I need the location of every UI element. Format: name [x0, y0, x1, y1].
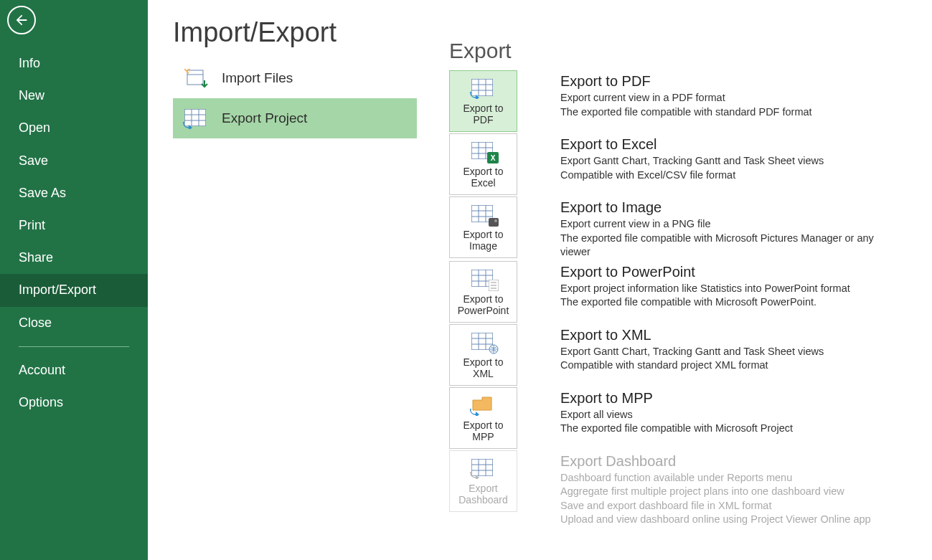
- export-tile-excel[interactable]: XExport toExcel: [449, 133, 517, 195]
- export-row-xml: Export toXMLExport to XMLExport Gantt Ch…: [449, 324, 925, 386]
- desc-title: Export to PDF: [560, 73, 812, 90]
- export-tile-mpp[interactable]: Export toMPP: [449, 387, 517, 449]
- sidebar-item-save[interactable]: Save: [0, 145, 148, 177]
- export-desc-dashboard: Export DashboardDashboard function avail…: [560, 450, 871, 527]
- action-list: Import FilesExport Project: [173, 58, 417, 138]
- export-row-pdf: Export toPDFExport to PDFExport current …: [449, 70, 925, 132]
- sidebar-item-account[interactable]: Account: [0, 354, 148, 386]
- sidebar-item-print[interactable]: Print: [0, 209, 148, 242]
- desc-line: Export all views: [560, 408, 793, 422]
- backstage-sidebar: InfoNewOpenSaveSave AsPrintShareImport/E…: [0, 0, 148, 560]
- sidebar-separator: [19, 346, 129, 347]
- export-tile-xml[interactable]: Export toXML: [449, 324, 517, 386]
- desc-line: Export Gantt Chart, Tracking Gantt and T…: [560, 345, 824, 359]
- export-row-image: Export toImageExport to ImageExport curr…: [449, 196, 925, 260]
- desc-line: Export current view in a PDF format: [560, 91, 812, 105]
- import-files-icon: [184, 68, 207, 88]
- desc-line: The exported file compatible with Micros…: [560, 232, 905, 260]
- export-desc-mpp: Export to MPPExport all viewsThe exporte…: [560, 387, 793, 436]
- content-area: Import/Export Import FilesExport Project…: [148, 0, 932, 560]
- desc-title: Export to MPP: [560, 390, 793, 407]
- export-tile-image[interactable]: Export toImage: [449, 196, 517, 258]
- sidebar-item-options[interactable]: Options: [0, 386, 148, 419]
- tile-label: Export toExcel: [463, 166, 503, 189]
- desc-title: Export to PowerPoint: [560, 264, 850, 280]
- sidebar-item-import-export[interactable]: Import/Export: [0, 274, 148, 306]
- excel-icon: X: [471, 141, 496, 161]
- desc-line: Compatible with standard project XML for…: [560, 359, 824, 373]
- pdf-icon: [471, 78, 496, 98]
- action-label: Export Project: [222, 110, 307, 126]
- export-desc-excel: Export to ExcelExport Gantt Chart, Track…: [560, 133, 824, 182]
- tile-label: Export toPDF: [463, 103, 503, 125]
- sidebar-item-info[interactable]: Info: [0, 47, 148, 80]
- desc-line: The exported file compatible with Micros…: [560, 295, 850, 310]
- desc-title: Export to Image: [560, 199, 905, 216]
- svg-point-26: [494, 219, 497, 222]
- tile-label: ExportDashboard: [458, 483, 508, 506]
- back-button[interactable]: [7, 6, 36, 34]
- svg-rect-25: [489, 218, 499, 227]
- tile-label: Export toXML: [463, 356, 503, 379]
- export-tile-dashboard: ExportDashboard: [449, 450, 517, 512]
- export-panel: Export Export toPDFExport to PDFExport c…: [449, 39, 925, 528]
- image-icon: [471, 204, 496, 224]
- desc-title: Export to XML: [560, 327, 824, 343]
- dashboard-icon: [471, 458, 496, 478]
- mpp-icon: [471, 395, 496, 415]
- desc-line: Dashboard function available under Repor…: [560, 471, 871, 485]
- desc-line: Save and export dashboard file in XML fo…: [560, 499, 871, 513]
- export-desc-pdf: Export to PDFExport current view in a PD…: [560, 70, 812, 119]
- desc-line: Export Gantt Chart, Tracking Gantt and T…: [560, 154, 824, 169]
- export-desc-xml: Export to XMLExport Gantt Chart, Trackin…: [560, 324, 824, 373]
- sidebar-item-close[interactable]: Close: [0, 307, 148, 339]
- desc-title: Export Dashboard: [560, 453, 871, 470]
- tile-label: Export toPowerPoint: [458, 293, 509, 316]
- desc-line: The exported file compatible with Micros…: [560, 422, 793, 436]
- export-row-dashboard: ExportDashboardExport DashboardDashboard…: [449, 450, 925, 527]
- export-heading: Export: [449, 39, 925, 63]
- sidebar-item-save-as[interactable]: Save As: [0, 177, 148, 209]
- desc-line: The exported file compatible with standa…: [560, 105, 812, 120]
- svg-text:X: X: [490, 154, 495, 162]
- desc-line: Export current view in a PNG file: [560, 217, 905, 232]
- export-tile-powerpoint[interactable]: Export toPowerPoint: [449, 261, 517, 323]
- export-row-mpp: Export toMPPExport to MPPExport all view…: [449, 387, 925, 449]
- desc-line: Aggregate first multiple project plans i…: [560, 485, 871, 499]
- desc-line: Export project information like Statisti…: [560, 282, 850, 296]
- action-label: Import Files: [222, 70, 293, 86]
- powerpoint-icon: [471, 269, 496, 289]
- export-row-excel: XExport toExcelExport to ExcelExport Gan…: [449, 133, 925, 195]
- export-desc-image: Export to ImageExport current view in a …: [560, 196, 905, 260]
- sidebar-item-new[interactable]: New: [0, 80, 148, 112]
- desc-line: Upload and view dashboard online using P…: [560, 513, 871, 527]
- export-project-icon: [184, 108, 207, 128]
- sidebar-item-share[interactable]: Share: [0, 242, 148, 274]
- export-desc-powerpoint: Export to PowerPointExport project infor…: [560, 261, 850, 310]
- xml-icon: [471, 332, 496, 352]
- export-tile-pdf[interactable]: Export toPDF: [449, 70, 517, 132]
- tile-label: Export toMPP: [463, 419, 503, 442]
- sidebar-item-open[interactable]: Open: [0, 112, 148, 144]
- desc-title: Export to Excel: [560, 136, 824, 153]
- action-export-project[interactable]: Export Project: [173, 98, 417, 138]
- export-row-powerpoint: Export toPowerPointExport to PowerPointE…: [449, 261, 925, 323]
- action-import-files[interactable]: Import Files: [173, 58, 417, 98]
- arrow-left-icon: [14, 12, 29, 28]
- tile-label: Export toImage: [463, 229, 503, 252]
- desc-line: Compatible with Excel/CSV file format: [560, 169, 824, 183]
